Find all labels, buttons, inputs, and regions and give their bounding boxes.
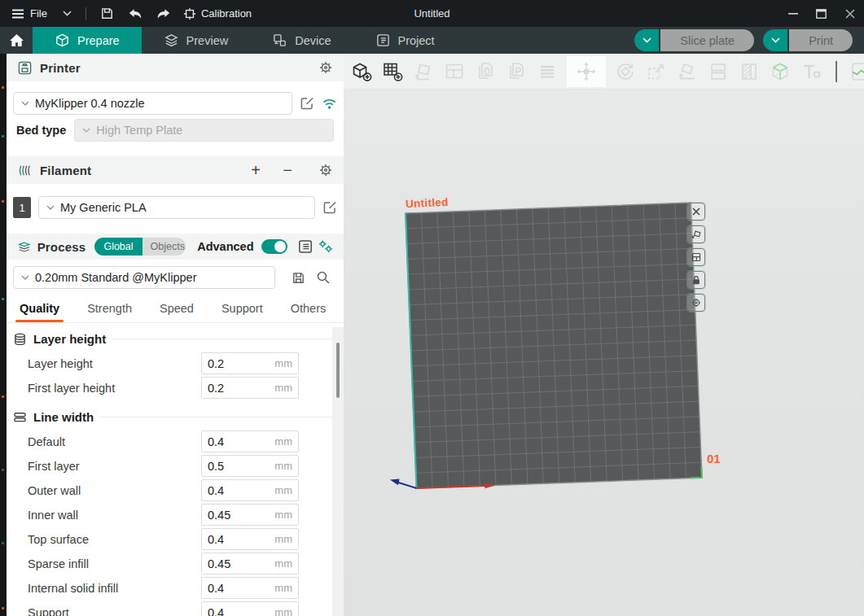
setting-row: Support 0.4 mm xyxy=(7,601,344,616)
tab-support[interactable]: Support xyxy=(221,299,263,322)
plate-tools xyxy=(687,203,705,312)
filament-settings-button[interactable] xyxy=(318,163,333,177)
list-icon xyxy=(298,239,313,254)
maximize-button[interactable] xyxy=(807,0,835,27)
printer-preset-select[interactable]: MyKlipper 0.4 nozzle xyxy=(13,92,292,115)
minimize-button[interactable] xyxy=(778,0,807,27)
setting-row: First layer 0.5 mm xyxy=(7,455,344,477)
setting-row: Top surface 0.4 mm xyxy=(7,528,344,550)
tab-prepare[interactable]: Prepare xyxy=(33,27,142,54)
scope-objects-button[interactable]: Objects xyxy=(143,238,186,256)
setting-unit: mm xyxy=(274,460,292,472)
layer-height-group-header: Layer height xyxy=(13,330,332,347)
tab-quality[interactable]: Quality xyxy=(20,299,59,322)
edit-filament-button[interactable] xyxy=(322,200,337,215)
setting-input[interactable]: 0.4 mm xyxy=(201,430,299,452)
setting-label: Default xyxy=(28,435,65,448)
setting-value: 0.5 xyxy=(208,460,224,473)
printer-connection-button[interactable] xyxy=(322,98,337,110)
setting-row: Default 0.4 mm xyxy=(7,430,344,452)
tab-label: Device xyxy=(295,34,331,47)
tab-label: Project xyxy=(398,34,435,47)
printer-settings-button[interactable] xyxy=(318,60,333,75)
prepare-cube-icon xyxy=(55,33,70,48)
advanced-toggle[interactable] xyxy=(261,239,287,254)
setting-value: 0.4 xyxy=(208,606,224,616)
process-section-title: Process xyxy=(37,240,86,254)
setting-value: 0.2 xyxy=(208,357,224,370)
setting-label: Inner wall xyxy=(28,509,78,522)
setting-input[interactable]: 0.4 mm xyxy=(201,528,299,550)
edit-printer-button[interactable] xyxy=(300,96,314,111)
setting-value: 0.45 xyxy=(208,557,230,570)
setting-value: 0.4 xyxy=(208,484,224,497)
print-options-button[interactable] xyxy=(763,29,787,51)
preset-list-button[interactable] xyxy=(298,239,313,254)
home-button[interactable] xyxy=(0,27,33,54)
settings-scrollbar-thumb[interactable] xyxy=(336,343,340,398)
plate-settings-button[interactable] xyxy=(687,294,705,312)
gear-icon xyxy=(318,60,333,75)
setting-unit: mm xyxy=(274,557,292,570)
save-button[interactable] xyxy=(100,7,114,20)
sidebar: Printer MyKlipper 0.4 nozzle xyxy=(7,54,344,616)
process-icon xyxy=(17,239,32,255)
setting-unit: mm xyxy=(274,509,292,521)
chevron-down-icon xyxy=(21,101,29,106)
search-settings-button[interactable] xyxy=(316,270,331,285)
setting-input[interactable]: 0.45 mm xyxy=(201,553,299,574)
orient-plate-button[interactable] xyxy=(687,225,705,243)
tab-project[interactable]: Project xyxy=(353,27,457,54)
delete-plate-button[interactable] xyxy=(687,203,705,221)
setting-input[interactable]: 0.4 mm xyxy=(201,601,299,616)
setting-input[interactable]: 0.5 mm xyxy=(201,455,299,477)
slice-split-button: Slice plate xyxy=(634,29,754,51)
undo-button[interactable] xyxy=(128,8,143,20)
edit-icon xyxy=(300,96,314,111)
compare-presets-button[interactable] xyxy=(318,239,333,254)
add-filament-button[interactable]: + xyxy=(247,162,265,178)
tab-strength[interactable]: Strength xyxy=(87,299,132,322)
setting-input[interactable]: 0.4 mm xyxy=(201,479,299,501)
tab-device[interactable]: Device xyxy=(250,27,353,54)
tab-others[interactable]: Others xyxy=(291,299,327,322)
setting-row: Layer height 0.2 mm xyxy=(7,352,344,374)
build-plate-scene[interactable] xyxy=(344,54,864,616)
settings-scrollbar-track[interactable] xyxy=(332,327,344,616)
setting-label: Internal solid infill xyxy=(28,582,118,595)
setting-unit: mm xyxy=(274,582,292,594)
lock-plate-button[interactable] xyxy=(687,271,705,289)
settings-panel: Layer height Layer height 0.2 mm xyxy=(7,330,344,616)
filament-preset-select[interactable]: My Generic PLA xyxy=(38,196,315,219)
setting-value: 0.2 xyxy=(208,382,224,395)
calibration-button[interactable]: Calibration xyxy=(183,7,252,20)
process-section-header: Process Global Objects Advanced xyxy=(7,234,344,260)
scope-global-button[interactable]: Global xyxy=(94,238,142,256)
orca-slicer-window: File Calibration Untitled xyxy=(0,0,864,616)
close-icon xyxy=(845,9,855,19)
arrange-plate-button[interactable] xyxy=(687,248,705,266)
tab-preview[interactable]: Preview xyxy=(142,27,251,54)
setting-input[interactable]: 0.45 mm xyxy=(201,504,299,526)
slice-plate-button[interactable]: Slice plate xyxy=(660,29,754,51)
setting-row: Internal solid infill 0.4 mm xyxy=(7,577,344,599)
print-button[interactable]: Print xyxy=(789,29,853,51)
tab-label: Preview xyxy=(186,34,229,47)
save-preset-button[interactable] xyxy=(292,270,305,285)
chevron-down-icon xyxy=(82,128,90,133)
bed-type-select[interactable]: High Temp Plate xyxy=(74,119,334,142)
setting-input[interactable]: 0.4 mm xyxy=(201,577,299,599)
redo-button[interactable] xyxy=(156,8,171,20)
z-axis xyxy=(397,482,417,489)
setting-input[interactable]: 0.2 mm xyxy=(201,352,299,374)
process-preset-select[interactable]: 0.20mm Standard @MyKlipper xyxy=(13,266,275,289)
remove-filament-button[interactable]: − xyxy=(278,162,296,178)
setting-input[interactable]: 0.2 mm xyxy=(201,377,299,399)
file-menu[interactable]: File xyxy=(11,7,72,20)
screen-edge-strip xyxy=(0,54,7,616)
hamburger-icon xyxy=(11,9,24,19)
slice-options-button[interactable] xyxy=(634,29,659,51)
close-button[interactable] xyxy=(835,0,864,27)
tab-speed[interactable]: Speed xyxy=(160,299,194,322)
viewport-3d[interactable]: Untitled 01 xyxy=(344,54,864,616)
